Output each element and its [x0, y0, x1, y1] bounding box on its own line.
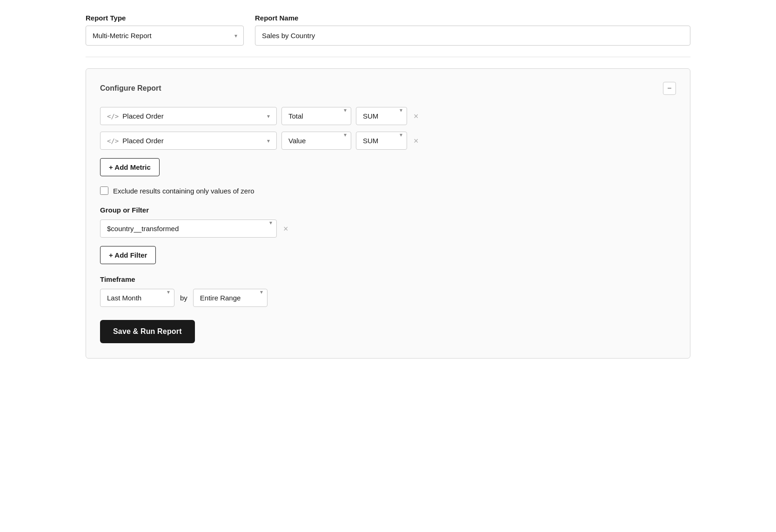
timeframe-select-wrapper: Last Month Last 7 Days Last 30 Days Last…	[100, 289, 174, 307]
agg-select-wrapper-1: SUM AVG MIN MAX COUNT ▾	[356, 107, 407, 125]
event-label-2: Placed Order	[122, 137, 263, 145]
exclude-checkbox-label: Exclude results containing only values o…	[113, 187, 254, 195]
range-select-wrapper: Entire Range Day Week Month ▾	[193, 289, 268, 307]
agg-select-1[interactable]: SUM AVG MIN MAX COUNT	[356, 107, 407, 125]
timeframe-row: Last Month Last 7 Days Last 30 Days Last…	[100, 289, 676, 307]
field-select-wrapper-2: Total Value Count ▾	[281, 132, 351, 150]
event-chevron-2: ▾	[267, 138, 270, 144]
timeframe-select[interactable]: Last Month Last 7 Days Last 30 Days Last…	[100, 289, 174, 307]
agg-select-wrapper-2: SUM AVG MIN MAX COUNT ▾	[356, 132, 407, 150]
event-chevron-1: ▾	[267, 113, 270, 120]
exclude-checkbox[interactable]	[100, 186, 108, 195]
field-select-wrapper-1: Total Value Count ▾	[281, 107, 351, 125]
code-icon-1: </>	[107, 113, 119, 120]
filter-select[interactable]: $country__transformed $city $region	[100, 219, 277, 238]
remove-metric-1-button[interactable]: ×	[412, 110, 421, 122]
field-select-2[interactable]: Total Value Count	[281, 132, 351, 150]
event-select-wrapper-2: </> Placed Order ▾	[100, 132, 277, 150]
metric-row-2: </> Placed Order ▾ Total Value Count ▾ S…	[100, 132, 676, 150]
code-icon-2: </>	[107, 137, 119, 145]
top-row: Report Type Multi-Metric Report Single M…	[86, 14, 690, 46]
remove-metric-2-button[interactable]: ×	[412, 135, 421, 147]
report-type-select[interactable]: Multi-Metric Report Single Metric Report…	[86, 26, 244, 46]
agg-select-2[interactable]: SUM AVG MIN MAX COUNT	[356, 132, 407, 150]
filter-select-wrapper: $country__transformed $city $region ▾	[100, 219, 277, 238]
report-name-input[interactable]	[255, 26, 690, 46]
configure-card: Configure Report − </> Placed Order ▾ To…	[86, 68, 690, 359]
remove-filter-button[interactable]: ×	[281, 223, 290, 235]
configure-header: Configure Report −	[100, 82, 676, 95]
event-select-1[interactable]: </> Placed Order ▾	[100, 107, 277, 125]
exclude-checkbox-row: Exclude results containing only values o…	[100, 186, 676, 195]
page-wrapper: Report Type Multi-Metric Report Single M…	[86, 14, 690, 359]
configure-title: Configure Report	[100, 84, 161, 93]
event-select-2[interactable]: </> Placed Order ▾	[100, 132, 277, 150]
metric-row-1: </> Placed Order ▾ Total Value Count ▾ S…	[100, 107, 676, 125]
report-type-label: Report Type	[86, 14, 244, 22]
report-name-group: Report Name	[255, 14, 690, 46]
timeframe-label: Timeframe	[100, 275, 676, 283]
save-run-button[interactable]: Save & Run Report	[100, 320, 195, 343]
collapse-button[interactable]: −	[663, 82, 676, 95]
filter-row-1: $country__transformed $city $region ▾ ×	[100, 219, 676, 238]
report-type-group: Report Type Multi-Metric Report Single M…	[86, 14, 244, 46]
field-select-1[interactable]: Total Value Count	[281, 107, 351, 125]
divider	[86, 57, 690, 57]
event-label-1: Placed Order	[122, 112, 263, 120]
group-filter-label: Group or Filter	[100, 206, 676, 214]
range-select[interactable]: Entire Range Day Week Month	[193, 289, 268, 307]
add-filter-button[interactable]: + Add Filter	[100, 246, 156, 264]
event-select-wrapper-1: </> Placed Order ▾	[100, 107, 277, 125]
report-type-select-wrapper: Multi-Metric Report Single Metric Report…	[86, 26, 244, 46]
by-label: by	[180, 294, 187, 302]
add-metric-button[interactable]: + Add Metric	[100, 158, 160, 176]
report-name-label: Report Name	[255, 14, 690, 22]
